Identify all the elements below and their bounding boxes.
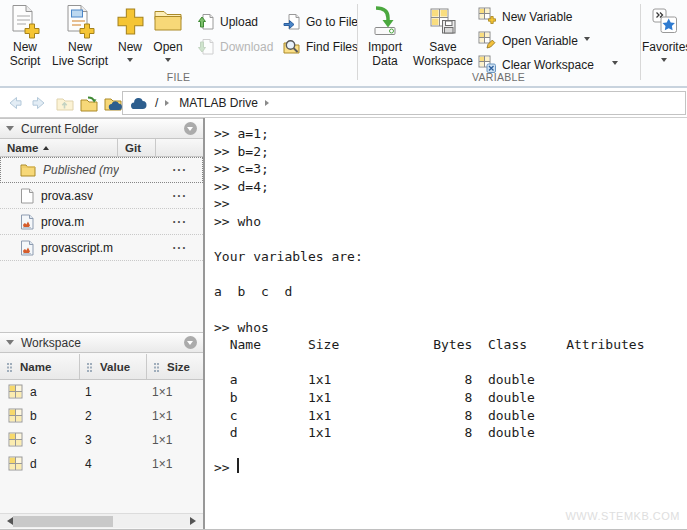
- open-dropdown-caret: [165, 58, 171, 65]
- variable-group-label: VARIABLE: [357, 71, 640, 83]
- file-name: prova.m: [41, 215, 84, 229]
- variable-value: 3: [85, 433, 92, 447]
- save-workspace-icon: [411, 3, 475, 39]
- open-variable-icon: [478, 31, 496, 49]
- column-header-size[interactable]: Size: [147, 354, 203, 379]
- workspace-title: Workspace: [21, 336, 177, 350]
- breadcrumb-location[interactable]: MATLAB Drive: [179, 96, 257, 110]
- horizontal-scrollbar[interactable]: [0, 513, 203, 528]
- variable-row-a[interactable]: a 1 1×1: [0, 380, 203, 404]
- row-menu-button[interactable]: ...: [172, 186, 187, 200]
- collapse-panel-icon[interactable]: [6, 340, 14, 349]
- variable-size: 1×1: [152, 457, 172, 471]
- new-script-button[interactable]: New Script: [2, 3, 48, 68]
- matlab-file-icon: [20, 214, 34, 230]
- variable-value: 2: [85, 409, 92, 423]
- column-header-name[interactable]: Name: [0, 139, 118, 156]
- new-variable-icon: [478, 7, 496, 25]
- browse-folder-button[interactable]: [78, 93, 100, 113]
- open-folder-icon: [148, 3, 188, 39]
- column-header-name[interactable]: Name: [0, 354, 80, 379]
- scrollbar-thumb[interactable]: [13, 516, 113, 527]
- scroll-left-arrow[interactable]: [3, 517, 13, 525]
- current-folder-file-list: Published (my ... prova.asv ... prova.m …: [0, 157, 203, 261]
- row-menu-button[interactable]: ...: [172, 212, 187, 226]
- clear-workspace-label: Clear Workspace: [502, 58, 594, 72]
- current-folder-panel-header: Current Folder: [0, 118, 203, 139]
- panel-menu-icon[interactable]: [184, 336, 197, 349]
- import-data-icon: [360, 3, 410, 39]
- favorites-button[interactable]: Favorites: [642, 3, 686, 68]
- upload-icon: [197, 13, 214, 30]
- breadcrumb-separator-icon: [265, 100, 272, 106]
- save-workspace-button[interactable]: Save Workspace: [411, 3, 475, 68]
- upload-button[interactable]: Upload: [197, 9, 258, 33]
- favorites-label: Favorites: [642, 40, 686, 54]
- variable-value: 1: [85, 385, 92, 399]
- variable-size: 1×1: [152, 409, 172, 423]
- download-icon: [197, 38, 214, 55]
- variable-name: d: [30, 457, 37, 471]
- new-button[interactable]: New: [112, 3, 148, 68]
- file-name: Published (my: [43, 163, 119, 177]
- file-row-provascript-m[interactable]: provascript.m ...: [0, 235, 203, 261]
- cloud-folder-button[interactable]: [102, 93, 124, 113]
- variable-value: 4: [85, 457, 92, 471]
- new-script-icon: [2, 3, 48, 39]
- new-variable-button[interactable]: New Variable: [478, 4, 572, 28]
- variable-row-b[interactable]: b 2 1×1: [0, 404, 203, 428]
- command-window[interactable]: >> a=1; >> b=2; >> c=3; >> d=4; >> >> wh…: [205, 118, 687, 530]
- open-button[interactable]: Open: [148, 3, 188, 68]
- command-window-output: >> a=1; >> b=2; >> c=3; >> d=4; >> >> wh…: [205, 118, 687, 477]
- variable-name: b: [30, 409, 37, 423]
- workspace-panel-header: Workspace: [0, 332, 203, 353]
- file-row-prova-m[interactable]: prova.m ...: [0, 209, 203, 235]
- scroll-right-arrow[interactable]: [190, 517, 200, 525]
- download-button[interactable]: Download: [197, 34, 273, 58]
- breadcrumb[interactable]: / MATLAB Drive: [122, 91, 686, 115]
- file-name: provascript.m: [41, 241, 113, 255]
- back-button[interactable]: [4, 93, 26, 113]
- forward-button[interactable]: [28, 93, 50, 113]
- variable-size: 1×1: [152, 385, 172, 399]
- new-live-script-label: New Live Script: [50, 40, 110, 68]
- go-to-file-label: Go to File: [306, 15, 358, 29]
- workspace-variable-list: a 1 1×1 b 2 1×1 c 3 1×1 d 4 1×1: [0, 380, 203, 476]
- collapse-panel-icon[interactable]: [6, 126, 14, 135]
- upload-label: Upload: [220, 15, 258, 29]
- new-live-script-button[interactable]: New Live Script: [50, 3, 110, 68]
- current-folder-title: Current Folder: [21, 122, 177, 136]
- file-row-published[interactable]: Published (my ...: [0, 157, 203, 183]
- column-grip-icon: [154, 363, 156, 365]
- ribbon-separator: [357, 4, 358, 80]
- file-row-prova-asv[interactable]: prova.asv ...: [0, 183, 203, 209]
- go-to-file-button[interactable]: Go to File: [283, 9, 358, 33]
- find-files-label: Find Files: [306, 40, 358, 54]
- variable-name: c: [30, 433, 36, 447]
- row-menu-button[interactable]: ...: [172, 238, 187, 252]
- current-folder-column-headers: Name Git: [0, 139, 203, 157]
- up-one-level-button[interactable]: [54, 93, 76, 113]
- open-variable-label: Open Variable: [502, 34, 578, 48]
- panel-menu-icon[interactable]: [184, 122, 197, 135]
- row-menu-button[interactable]: ...: [172, 160, 187, 174]
- find-files-button[interactable]: Find Files: [283, 34, 358, 58]
- import-data-button[interactable]: Import Data: [360, 3, 410, 68]
- column-grip-icon: [7, 363, 9, 365]
- column-header-value[interactable]: Value: [80, 354, 147, 379]
- variable-row-d[interactable]: d 4 1×1: [0, 452, 203, 476]
- breadcrumb-root[interactable]: /: [155, 96, 158, 110]
- matrix-icon: [8, 456, 24, 472]
- new-script-label: New Script: [2, 40, 48, 68]
- variable-row-c[interactable]: c 3 1×1: [0, 428, 203, 452]
- open-variable-button[interactable]: Open Variable: [478, 28, 590, 52]
- find-files-icon: [283, 38, 300, 55]
- variable-name: a: [30, 385, 37, 399]
- save-workspace-label: Save Workspace: [411, 40, 475, 68]
- new-label: New: [112, 40, 148, 54]
- file-name: prova.asv: [41, 189, 93, 203]
- file-group-label: FILE: [0, 71, 357, 83]
- file-icon: [20, 188, 34, 204]
- column-header-blank[interactable]: [156, 139, 203, 156]
- column-header-git[interactable]: Git: [118, 139, 156, 156]
